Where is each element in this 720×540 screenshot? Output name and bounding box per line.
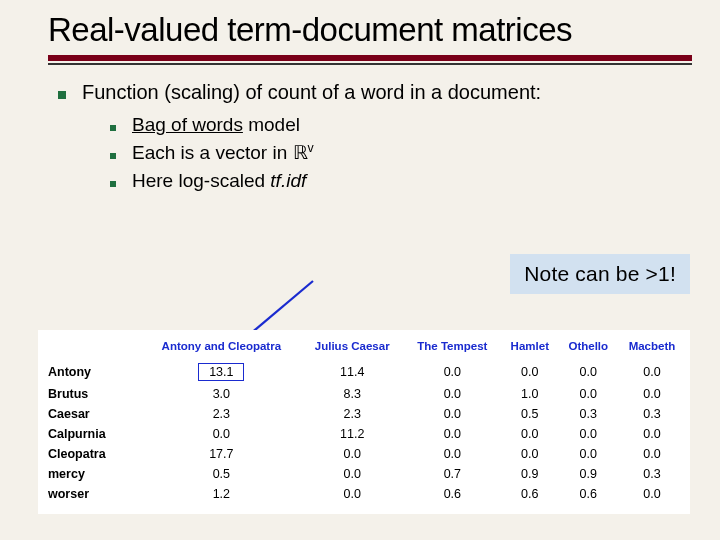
column-header: Antony and Cleopatra — [142, 336, 301, 360]
table-cell: 0.0 — [501, 360, 559, 384]
table-row: worser1.20.00.60.60.60.0 — [42, 484, 686, 504]
table-cell: 0.3 — [618, 404, 686, 424]
table-cell: 3.0 — [142, 384, 301, 404]
table-row: Antony13.111.40.00.00.00.0 — [42, 360, 686, 384]
row-header: worser — [42, 484, 142, 504]
table-cell: 0.0 — [301, 444, 404, 464]
table-cell: 0.7 — [404, 464, 501, 484]
table-cell: 0.0 — [404, 404, 501, 424]
row-header: Brutus — [42, 384, 142, 404]
column-header: Julius Caesar — [301, 336, 404, 360]
slide-title: Real-valued term-document matrices — [48, 12, 692, 49]
table-cell: 2.3 — [142, 404, 301, 424]
highlighted-cell: 13.1 — [198, 363, 244, 381]
table-cell: 0.0 — [618, 384, 686, 404]
bullet-level1: Function (scaling) of count of a word in… — [58, 79, 692, 106]
l2-text: Here log-scaled tf.idf — [132, 168, 306, 194]
table-cell: 0.0 — [618, 484, 686, 504]
table-row: Caesar2.32.30.00.50.30.3 — [42, 404, 686, 424]
table-cell: 0.3 — [618, 464, 686, 484]
row-header: Antony — [42, 360, 142, 384]
table-cell: 0.6 — [559, 484, 618, 504]
l2-text: Each is a vector in ℝv — [132, 140, 314, 166]
row-header: Cleopatra — [42, 444, 142, 464]
title-rule — [48, 55, 692, 65]
table-cell: 0.0 — [404, 384, 501, 404]
table-cell: 11.4 — [301, 360, 404, 384]
table-cell: 2.3 — [301, 404, 404, 424]
table-cell: 0.0 — [618, 424, 686, 444]
table-cell: 0.0 — [501, 424, 559, 444]
table-row: Cleopatra17.70.00.00.00.00.0 — [42, 444, 686, 464]
table-cell: 0.0 — [501, 444, 559, 464]
table-cell: 0.0 — [618, 444, 686, 464]
column-header: Macbeth — [618, 336, 686, 360]
table-cell: 0.0 — [404, 360, 501, 384]
table-cell: 0.0 — [301, 484, 404, 504]
column-header: The Tempest — [404, 336, 501, 360]
table-row: Brutus3.08.30.01.00.00.0 — [42, 384, 686, 404]
table-cell: 0.0 — [404, 424, 501, 444]
column-header: Othello — [559, 336, 618, 360]
table-cell: 0.0 — [142, 424, 301, 444]
table-cell: 0.6 — [501, 484, 559, 504]
table-cell: 1.2 — [142, 484, 301, 504]
table-cell: 0.0 — [404, 444, 501, 464]
table-cell: 0.3 — [559, 404, 618, 424]
tfidf-table-container: Antony and CleopatraJulius CaesarThe Tem… — [38, 330, 690, 514]
table-cell: 0.5 — [501, 404, 559, 424]
square-bullet-icon — [110, 140, 132, 166]
table-cell: 0.0 — [559, 424, 618, 444]
table-cell: 13.1 — [142, 360, 301, 384]
row-header: Caesar — [42, 404, 142, 424]
table-cell: 0.0 — [618, 360, 686, 384]
column-header-blank — [42, 336, 142, 360]
table-cell: 0.5 — [142, 464, 301, 484]
table-cell: 8.3 — [301, 384, 404, 404]
table-row: mercy0.50.00.70.90.90.3 — [42, 464, 686, 484]
slide: Real-valued term-document matrices Funct… — [0, 0, 720, 540]
table-cell: 0.9 — [559, 464, 618, 484]
table-cell: 17.7 — [142, 444, 301, 464]
row-header: mercy — [42, 464, 142, 484]
bullet-level2: Each is a vector in ℝv — [110, 140, 692, 166]
table-cell: 0.0 — [559, 360, 618, 384]
callout-note: Note can be >1! — [510, 254, 690, 294]
slide-body: Function (scaling) of count of a word in… — [48, 79, 692, 193]
square-bullet-icon — [58, 79, 82, 106]
bullet-level2: Here log-scaled tf.idf — [110, 168, 692, 194]
square-bullet-icon — [110, 168, 132, 194]
table-cell: 0.6 — [404, 484, 501, 504]
l2-text: Bag of words model — [132, 112, 300, 138]
table-cell: 0.0 — [559, 384, 618, 404]
square-bullet-icon — [110, 112, 132, 138]
table-row: Calpurnia0.011.20.00.00.00.0 — [42, 424, 686, 444]
l1-text: Function (scaling) of count of a word in… — [82, 79, 692, 106]
table-cell: 0.0 — [559, 444, 618, 464]
row-header: Calpurnia — [42, 424, 142, 444]
table-cell: 0.0 — [301, 464, 404, 484]
table-cell: 11.2 — [301, 424, 404, 444]
tfidf-table: Antony and CleopatraJulius CaesarThe Tem… — [42, 336, 686, 504]
table-cell: 1.0 — [501, 384, 559, 404]
column-header: Hamlet — [501, 336, 559, 360]
table-cell: 0.9 — [501, 464, 559, 484]
bullet-level2: Bag of words model — [110, 112, 692, 138]
